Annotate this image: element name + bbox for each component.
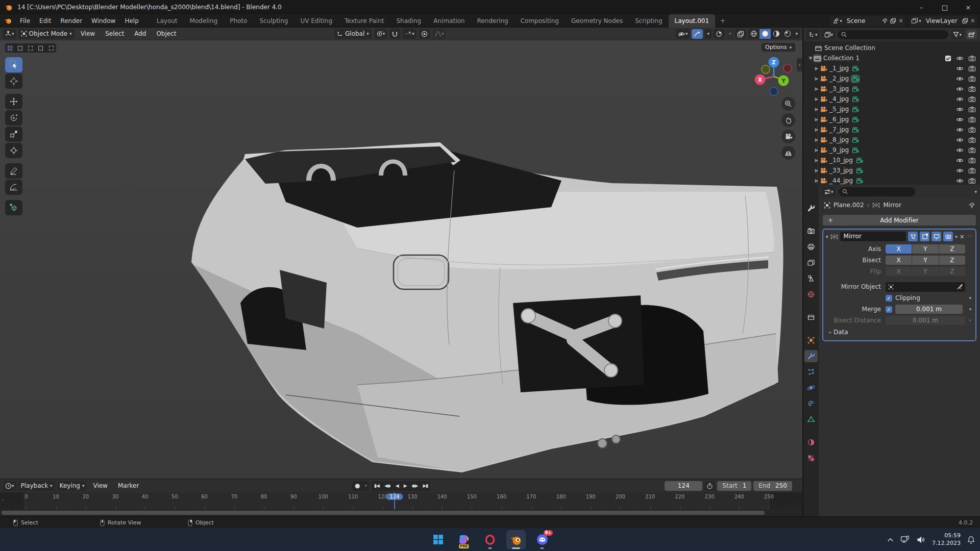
menu-help[interactable]: Help	[120, 14, 143, 28]
tray-chevron-icon[interactable]	[887, 538, 894, 542]
keying-dropdown[interactable]: Keying▾	[57, 481, 87, 491]
play-reverse-button[interactable]: ◀	[393, 481, 401, 491]
select-mode-invert[interactable]	[36, 43, 46, 53]
properties-tab-particles[interactable]	[804, 366, 818, 378]
hide-eye-icon[interactable]	[956, 76, 964, 82]
select-mode-extend[interactable]	[15, 43, 26, 53]
select-mode-intersect[interactable]	[46, 43, 56, 53]
tool-add-cube-button[interactable]	[5, 200, 22, 215]
tool-select-box-button[interactable]	[5, 57, 22, 72]
workspace-tab-shading[interactable]: Shading	[390, 14, 427, 28]
3d-viewport[interactable]: ▾ Object Mode▾ View Select Add Object Gl…	[0, 28, 802, 479]
modifier-name-field[interactable]: Mirror	[840, 232, 906, 241]
pan-button[interactable]	[781, 113, 795, 127]
properties-tab-render[interactable]	[804, 225, 818, 237]
select-mode-subtract[interactable]	[26, 43, 36, 53]
jump-to-end-button[interactable]: ▶▮	[420, 481, 430, 491]
tool-move-button[interactable]	[5, 94, 22, 109]
collection-label[interactable]: Collection 1	[823, 55, 860, 62]
outliner-item-label[interactable]: _6_jpg	[829, 116, 849, 123]
outliner-item-label[interactable]: _9_jpg	[829, 146, 849, 154]
expand-icon[interactable]: ▶	[814, 76, 820, 81]
properties-options-dropdown[interactable]: ▾	[974, 189, 977, 194]
new-viewlayer-icon[interactable]	[962, 18, 968, 24]
timeline-editor-type-button[interactable]: ▾	[3, 481, 16, 491]
disable-render-icon[interactable]	[968, 65, 976, 72]
tool-transform-button[interactable]	[5, 143, 22, 158]
workspace-tab-modeling[interactable]: Modeling	[184, 14, 224, 28]
properties-tab-scene[interactable]	[804, 272, 818, 285]
menu-file[interactable]: File	[15, 14, 35, 28]
jump-to-start-button[interactable]: ▮◀	[372, 481, 382, 491]
blender-app-button[interactable]	[506, 530, 526, 549]
notifications-bell-icon[interactable]	[967, 536, 975, 544]
gizmos-dropdown[interactable]: ▾	[705, 29, 712, 39]
outliner-row-collection-1[interactable]: ▼ Collection 1	[803, 53, 980, 63]
gizmos-toggle[interactable]	[692, 29, 703, 39]
mirror-object-field[interactable]	[886, 282, 965, 292]
breadcrumb-modifier[interactable]: Mirror	[883, 202, 901, 209]
viewport-menu-add[interactable]: Add	[130, 30, 150, 37]
collapse-icon[interactable]: ▼	[807, 56, 814, 61]
merge-threshold-field[interactable]: 0.001 m	[895, 305, 963, 314]
expand-icon[interactable]: ▶	[814, 66, 820, 71]
navigation-gizmo[interactable]: Z X Y	[751, 56, 796, 101]
modifier-delete-button[interactable]: ×	[960, 233, 965, 240]
hide-eye-icon[interactable]	[956, 55, 964, 62]
properties-tab-tool[interactable]	[804, 202, 818, 214]
scene-name[interactable]: Scene	[845, 17, 879, 24]
bisect-x-button[interactable]: X	[886, 256, 912, 265]
shading-solid-button[interactable]	[760, 29, 771, 39]
hide-eye-icon[interactable]	[956, 127, 964, 133]
overlays-toggle[interactable]	[714, 29, 725, 39]
tool-annotate-button[interactable]	[5, 163, 22, 179]
workspace-tab-scripting[interactable]: Scripting	[629, 14, 668, 28]
outliner-row--8-jpg[interactable]: ▶_8_jpg	[803, 135, 980, 145]
outliner-row--7-jpg[interactable]: ▶_7_jpg	[803, 124, 980, 135]
shading-wireframe-button[interactable]	[748, 29, 760, 39]
frame-start-field[interactable]: Start1	[717, 481, 751, 491]
unlink-scene-icon[interactable]: ×	[899, 18, 903, 23]
properties-tab-viewlayer[interactable]	[804, 257, 818, 269]
viewport-menu-object[interactable]: Object	[152, 30, 180, 37]
scene-selector[interactable]: ▾ Scene ×	[830, 16, 905, 26]
animate-dot[interactable]	[969, 319, 971, 321]
properties-tab-object[interactable]	[804, 334, 818, 346]
outliner-item-label[interactable]: _4_jpg	[829, 95, 849, 103]
exclude-checkbox[interactable]	[945, 55, 951, 62]
scene-collection-label[interactable]: Scene Collection	[824, 44, 875, 52]
expand-icon[interactable]: ▶	[814, 137, 820, 142]
menu-render[interactable]: Render	[56, 14, 87, 28]
timeline-ruler[interactable]: 0102030405060708090100110120130140150160…	[0, 492, 802, 509]
properties-tab-data[interactable]	[804, 413, 818, 425]
menu-window[interactable]: Window	[87, 14, 120, 28]
outliner-row--44-jpg[interactable]: ▶_44_jpg	[803, 176, 980, 185]
properties-search-input[interactable]	[839, 187, 915, 196]
start-button[interactable]	[428, 530, 448, 549]
eyedropper-icon[interactable]	[957, 284, 963, 290]
menu-edit[interactable]: Edit	[35, 14, 56, 28]
opera-gx-app-button[interactable]	[480, 530, 500, 549]
play-button[interactable]: ▶	[401, 481, 409, 491]
use-preview-range-toggle[interactable]	[704, 481, 715, 491]
hide-eye-icon[interactable]	[956, 178, 964, 184]
timeline-expand-arrow[interactable]: ›	[2, 497, 4, 503]
properties-tab-modifiers[interactable]	[804, 350, 818, 362]
axis-x-button[interactable]: X	[886, 244, 912, 254]
hide-eye-icon[interactable]	[956, 86, 964, 92]
current-frame-field[interactable]: 124	[665, 481, 702, 491]
properties-tab-physics[interactable]	[804, 382, 818, 394]
viewport-menu-view[interactable]: View	[77, 30, 99, 37]
workspace-tab-photo[interactable]: Photo	[224, 14, 253, 28]
show-in-viewport-toggle[interactable]	[932, 232, 941, 241]
tool-measure-button[interactable]	[5, 180, 22, 195]
properties-tab-collection[interactable]	[804, 311, 818, 323]
expand-icon[interactable]: ▶	[814, 107, 820, 112]
expand-icon[interactable]: ▶	[814, 117, 820, 122]
show-on-cage-toggle[interactable]	[908, 232, 918, 241]
xray-toggle[interactable]	[735, 29, 746, 39]
tool-scale-button[interactable]	[5, 127, 22, 142]
clipping-checkbox[interactable]: ✓	[886, 295, 892, 302]
expand-icon[interactable]: ▶	[814, 158, 820, 163]
outliner-filter-dropdown[interactable]: ▾	[951, 30, 964, 39]
